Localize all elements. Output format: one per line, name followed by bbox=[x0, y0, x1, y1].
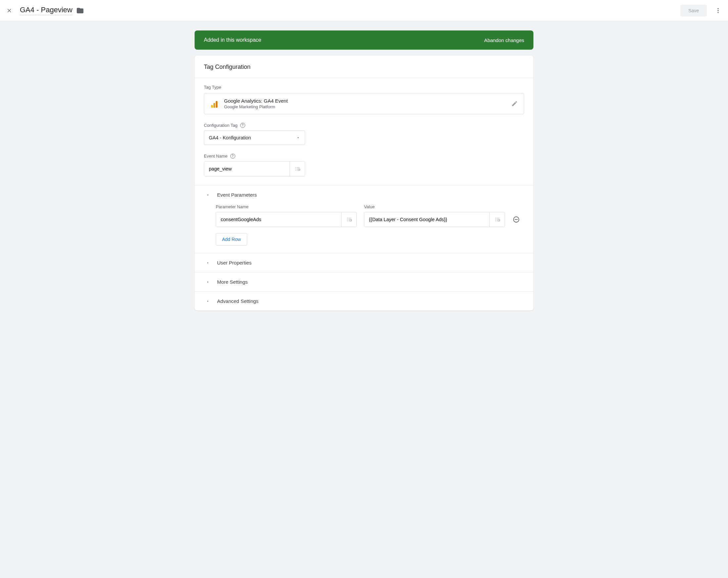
more-menu-icon[interactable] bbox=[713, 6, 723, 15]
more-settings-toggle[interactable]: More Settings bbox=[206, 273, 522, 291]
help-icon[interactable]: ? bbox=[230, 154, 235, 158]
config-tag-label: Configuration Tag bbox=[204, 123, 238, 128]
param-name-input[interactable] bbox=[216, 212, 341, 227]
config-tag-select[interactable]: GA4 - Konfiguration bbox=[204, 130, 305, 145]
advanced-settings-label: Advanced Settings bbox=[217, 298, 258, 304]
variable-picker-icon[interactable] bbox=[341, 212, 356, 227]
user-properties-toggle[interactable]: User Properties bbox=[206, 253, 522, 272]
event-parameters-label: Event Parameters bbox=[217, 192, 257, 198]
tag-type-label: Tag Type bbox=[204, 85, 524, 90]
svg-point-0 bbox=[718, 8, 719, 9]
add-row-button[interactable]: Add Row bbox=[216, 233, 247, 246]
chevron-right-icon bbox=[206, 299, 210, 304]
user-properties-label: User Properties bbox=[217, 260, 252, 266]
tag-type-subtitle: Google Marketing Platform bbox=[224, 104, 505, 109]
variable-picker-icon[interactable] bbox=[290, 161, 305, 176]
svg-point-2 bbox=[718, 12, 719, 13]
abandon-changes-button[interactable]: Abandon changes bbox=[484, 37, 524, 43]
app-header: GA4 - Pageview Save bbox=[0, 0, 728, 21]
ga-logo-icon bbox=[210, 100, 218, 107]
svg-point-1 bbox=[718, 10, 719, 11]
param-value-input[interactable] bbox=[364, 212, 489, 227]
workspace-banner: Added in this workspace Abandon changes bbox=[194, 30, 534, 50]
folder-icon[interactable] bbox=[76, 7, 84, 14]
help-icon[interactable]: ? bbox=[240, 123, 245, 128]
tag-type-name: Google Analytics: GA4 Event bbox=[224, 98, 505, 104]
banner-message: Added in this workspace bbox=[204, 37, 261, 43]
close-icon[interactable] bbox=[5, 7, 13, 15]
save-button[interactable]: Save bbox=[680, 5, 707, 17]
chevron-down-icon bbox=[296, 136, 300, 140]
tag-configuration-card: Tag Configuration Tag Type Google Analyt… bbox=[194, 56, 534, 310]
page-title[interactable]: GA4 - Pageview bbox=[20, 6, 73, 15]
variable-picker-icon[interactable] bbox=[489, 212, 504, 227]
more-settings-label: More Settings bbox=[217, 279, 248, 285]
param-name-header: Parameter Name bbox=[216, 204, 357, 209]
event-name-label: Event Name bbox=[204, 154, 228, 158]
advanced-settings-toggle[interactable]: Advanced Settings bbox=[206, 292, 522, 310]
chevron-right-icon bbox=[206, 280, 210, 284]
edit-icon[interactable] bbox=[511, 100, 518, 107]
card-title: Tag Configuration bbox=[194, 56, 534, 78]
remove-row-icon[interactable] bbox=[512, 216, 520, 223]
config-tag-value: GA4 - Konfiguration bbox=[209, 135, 251, 141]
tag-type-selector[interactable]: Google Analytics: GA4 Event Google Marke… bbox=[204, 93, 524, 114]
chevron-right-icon bbox=[206, 260, 210, 265]
param-row bbox=[216, 212, 524, 227]
param-value-header: Value bbox=[364, 204, 505, 209]
chevron-down-icon bbox=[206, 193, 210, 197]
event-parameters-toggle[interactable]: Event Parameters bbox=[206, 185, 522, 204]
event-name-input[interactable] bbox=[204, 161, 290, 176]
